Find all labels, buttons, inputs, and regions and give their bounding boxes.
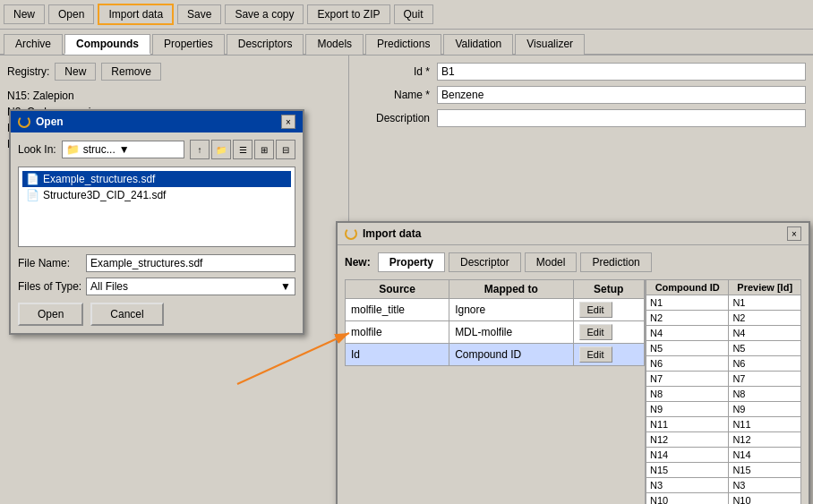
file-list: 📄 Example_structures.sdf 📄 Structure3D_C… <box>18 167 295 247</box>
import-dialog-close-button[interactable]: × <box>787 226 801 241</box>
import-table: Source Mapped to Setup molfile_title Ign… <box>345 279 645 366</box>
file-item-0[interactable]: 📄 Example_structures.sdf <box>22 171 291 187</box>
compound-cid: N12 <box>646 432 729 448</box>
open-button[interactable]: Open <box>48 4 94 24</box>
list-item[interactable]: N15: Zalepion <box>7 88 341 104</box>
tab-descriptors[interactable]: Descriptors <box>227 34 304 55</box>
desc-input[interactable] <box>437 109 806 127</box>
filename-label: File Name: <box>18 257 81 269</box>
compound-cid: N10 <box>646 493 729 505</box>
import-tab-model[interactable]: Model <box>525 252 578 272</box>
tab-visualizer[interactable]: Visualizer <box>515 34 585 55</box>
import-tab-property[interactable]: Property <box>378 252 445 272</box>
table-row: molfile MDL-molfile Edit <box>346 321 645 344</box>
edit-btn-0[interactable]: Edit <box>579 302 612 318</box>
compound-pid: N6 <box>729 356 801 372</box>
compound-cid: N5 <box>646 341 729 356</box>
tab-predictions[interactable]: Predictions <box>365 34 441 55</box>
filename-input[interactable] <box>86 254 295 272</box>
compound-table-row: N9N9 <box>646 402 801 417</box>
save-copy-button[interactable]: Save a copy <box>225 4 304 24</box>
compound-table-row: N7N7 <box>646 372 801 387</box>
import-tab-prediction[interactable]: Prediction <box>580 252 651 272</box>
import-data-button[interactable]: Import data <box>98 4 174 25</box>
look-in-select[interactable]: 📁 struc... ▼ <box>62 141 184 158</box>
new-button[interactable]: New <box>4 4 45 24</box>
compound-pid: N4 <box>729 326 801 341</box>
compound-cid: N7 <box>646 372 729 387</box>
registry-bar: Registry: New Remove <box>7 63 341 81</box>
compound-cid: N15 <box>646 463 729 478</box>
compound-id-table: Compound ID Preview [Id] N1N1N2N2N4N4N5N… <box>645 279 801 504</box>
quit-button[interactable]: Quit <box>394 4 433 24</box>
export-zip-button[interactable]: Export to ZIP <box>307 4 389 24</box>
registry-label: Registry: <box>7 65 49 78</box>
compound-pid: N3 <box>729 478 801 493</box>
name-input[interactable] <box>437 86 806 104</box>
col-setup: Setup <box>573 280 644 299</box>
file-icon: 📄 <box>26 173 39 185</box>
compound-pid: N12 <box>729 432 801 448</box>
chevron-down-icon: ▼ <box>119 143 130 156</box>
compound-pid: N7 <box>729 372 801 387</box>
look-in-label: Look In: <box>18 143 56 156</box>
mapped-2: Compound ID <box>449 344 573 366</box>
tab-compounds[interactable]: Compounds <box>64 34 150 55</box>
tab-models[interactable]: Models <box>305 34 364 55</box>
import-source-table: Source Mapped to Setup molfile_title Ign… <box>345 279 645 504</box>
compound-pid: N15 <box>729 463 801 478</box>
col-preview-id: Preview [Id] <box>729 280 801 295</box>
compound-pid: N11 <box>729 417 801 432</box>
compound-table-row: N12N12 <box>646 432 801 448</box>
compound-table-row: N3N3 <box>646 478 801 493</box>
new-folder-icon[interactable]: 📁 <box>211 140 231 159</box>
compound-table-row: N14N14 <box>646 448 801 463</box>
tab-validation[interactable]: Validation <box>443 34 513 55</box>
name-row: Name * <box>356 86 806 104</box>
compound-table-row: N6N6 <box>646 356 801 372</box>
import-table-area: Source Mapped to Setup molfile_title Ign… <box>345 279 801 504</box>
compound-cid: N2 <box>646 311 729 326</box>
desc-label: Description <box>356 112 437 124</box>
compound-pid: N8 <box>729 387 801 402</box>
compound-table-row: N8N8 <box>646 387 801 402</box>
compound-pid: N5 <box>729 341 801 356</box>
look-in-row: Look In: 📁 struc... ▼ ↑ 📁 ☰ ⊞ ⊟ <box>18 140 295 159</box>
edit-btn-1[interactable]: Edit <box>579 324 612 340</box>
id-input[interactable] <box>437 63 806 81</box>
compound-table-row: N11N11 <box>646 417 801 432</box>
compound-cid: N1 <box>646 295 729 311</box>
tab-properties[interactable]: Properties <box>152 34 225 55</box>
open-dialog-title-bar: Open × <box>11 111 303 132</box>
detail-view-icon[interactable]: ⊞ <box>254 140 274 159</box>
registry-remove-button[interactable]: Remove <box>101 63 161 81</box>
id-label: Id * <box>356 65 437 78</box>
col-mapped: Mapped to <box>449 280 573 299</box>
col-source: Source <box>346 280 449 299</box>
extra-view-icon[interactable]: ⊟ <box>276 140 295 159</box>
open-dialog-close-button[interactable]: × <box>281 115 295 129</box>
registry-new-button[interactable]: New <box>55 63 96 81</box>
cancel-open-btn[interactable]: Cancel <box>90 303 163 326</box>
file-item-1[interactable]: 📄 Structure3D_CID_241.sdf <box>22 187 291 203</box>
save-button[interactable]: Save <box>177 4 221 24</box>
table-row-highlighted: Id Compound ID Edit <box>346 344 645 366</box>
mapped-0: Ignore <box>449 299 573 321</box>
import-new-label: New: <box>345 256 371 269</box>
compound-table-row: N1N1 <box>646 295 801 311</box>
nav-up-icon[interactable]: ↑ <box>190 140 210 159</box>
compound-table-row: N5N5 <box>646 341 801 356</box>
import-tab-descriptor[interactable]: Descriptor <box>449 252 521 272</box>
compound-cid: N11 <box>646 417 729 432</box>
edit-btn-2[interactable]: Edit <box>579 346 612 363</box>
import-title-bar: Import data × <box>338 223 809 245</box>
main-area: Registry: New Remove N15: Zalepion N3: C… <box>0 56 813 504</box>
compound-pid: N1 <box>729 295 801 311</box>
open-btn[interactable]: Open <box>18 303 83 326</box>
filetype-select[interactable]: All Files ▼ <box>86 278 295 295</box>
open-spinner-icon <box>18 115 30 128</box>
list-view-icon[interactable]: ☰ <box>233 140 252 159</box>
compound-pid: N9 <box>729 402 801 417</box>
tab-archive[interactable]: Archive <box>4 34 63 55</box>
dialog-buttons: Open Cancel <box>18 303 295 326</box>
